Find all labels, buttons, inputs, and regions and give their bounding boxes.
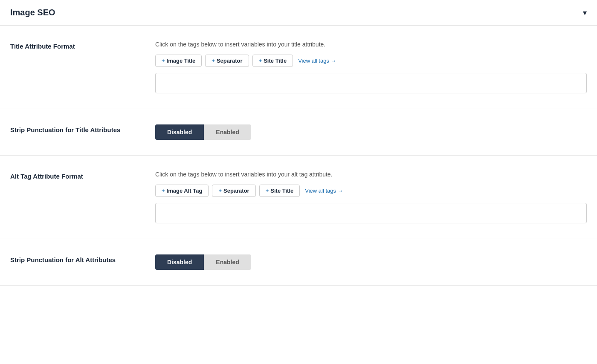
- section-title-attribute-format: Title Attribute FormatClick on the tags …: [0, 26, 597, 109]
- section-content-alt-tag-attribute-format: Click on the tags below to insert variab…: [155, 171, 587, 223]
- tag-button-title-attribute-format-1[interactable]: + Separator: [205, 55, 249, 67]
- plus-icon: +: [212, 58, 215, 64]
- section-content-title-attribute-format: Click on the tags below to insert variab…: [155, 41, 587, 93]
- format-input-title-attribute-format[interactable]: [155, 73, 587, 93]
- page-container: Image SEO ▾ Title Attribute FormatClick …: [0, 0, 597, 286]
- toggle-btn-strip-punctuation-alt-disabled[interactable]: Disabled: [155, 254, 204, 270]
- section-label-strip-punctuation-title: Strip Punctuation for Title Attributes: [10, 124, 155, 133]
- toggle-btn-strip-punctuation-title-disabled[interactable]: Disabled: [155, 124, 204, 140]
- section-alt-tag-attribute-format: Alt Tag Attribute FormatClick on the tag…: [0, 156, 597, 239]
- tag-buttons-title-attribute-format: + Image Title+ Separator+ Site TitleView…: [155, 55, 587, 67]
- section-strip-punctuation-alt: Strip Punctuation for Alt AttributesDisa…: [0, 239, 597, 286]
- section-strip-punctuation-title: Strip Punctuation for Title AttributesDi…: [0, 109, 597, 156]
- format-input-alt-tag-attribute-format[interactable]: [155, 203, 587, 223]
- chevron-down-icon[interactable]: ▾: [583, 8, 587, 17]
- view-all-tags-title-attribute-format[interactable]: View all tags →: [298, 58, 336, 64]
- section-label-strip-punctuation-alt: Strip Punctuation for Alt Attributes: [10, 254, 155, 263]
- tag-buttons-alt-tag-attribute-format: + Image Alt Tag+ Separator+ Site TitleVi…: [155, 185, 587, 197]
- tag-button-alt-tag-attribute-format-2[interactable]: + Site Title: [259, 185, 300, 197]
- section-content-strip-punctuation-title: DisabledEnabled: [155, 124, 587, 140]
- plus-icon: +: [259, 58, 262, 64]
- tag-button-title-attribute-format-0[interactable]: + Image Title: [155, 55, 202, 67]
- description-title-attribute-format: Click on the tags below to insert variab…: [155, 41, 587, 48]
- page-title: Image SEO: [10, 8, 55, 17]
- plus-icon: +: [162, 58, 165, 64]
- toggle-btn-strip-punctuation-title-enabled[interactable]: Enabled: [204, 124, 251, 140]
- plus-icon: +: [218, 188, 222, 194]
- plus-icon: +: [162, 188, 165, 194]
- section-content-strip-punctuation-alt: DisabledEnabled: [155, 254, 587, 270]
- sections-container: Title Attribute FormatClick on the tags …: [0, 26, 597, 286]
- plus-icon: +: [266, 188, 269, 194]
- tag-button-alt-tag-attribute-format-0[interactable]: + Image Alt Tag: [155, 185, 209, 197]
- view-all-tags-alt-tag-attribute-format[interactable]: View all tags →: [305, 188, 343, 194]
- header-row: Image SEO ▾: [0, 0, 597, 26]
- description-alt-tag-attribute-format: Click on the tags below to insert variab…: [155, 171, 587, 178]
- toggle-group-strip-punctuation-alt: DisabledEnabled: [155, 254, 251, 270]
- tag-button-title-attribute-format-2[interactable]: + Site Title: [252, 55, 293, 67]
- toggle-btn-strip-punctuation-alt-enabled[interactable]: Enabled: [204, 254, 251, 270]
- section-label-title-attribute-format: Title Attribute Format: [10, 41, 155, 50]
- toggle-group-strip-punctuation-title: DisabledEnabled: [155, 124, 251, 140]
- tag-button-alt-tag-attribute-format-1[interactable]: + Separator: [212, 185, 255, 197]
- section-label-alt-tag-attribute-format: Alt Tag Attribute Format: [10, 171, 155, 180]
